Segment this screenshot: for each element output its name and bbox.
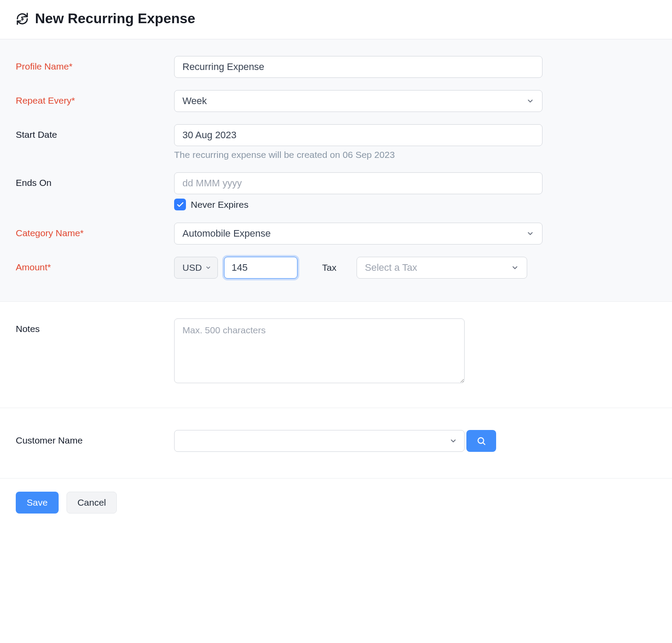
- never-expires-checkbox[interactable]: [174, 199, 186, 210]
- row-ends-on: Ends On Never Expires: [16, 172, 656, 210]
- label-profile-name: Profile Name*: [16, 56, 174, 72]
- row-amount: Amount* USD Tax Select a Tax: [16, 257, 656, 279]
- never-expires-label: Never Expires: [191, 199, 248, 210]
- row-start-date: Start Date The recurring expense will be…: [16, 124, 656, 160]
- currency-select[interactable]: USD: [174, 257, 218, 279]
- save-button[interactable]: Save: [16, 492, 59, 514]
- footer-actions: Save Cancel: [0, 479, 672, 527]
- start-date-input[interactable]: [174, 124, 542, 146]
- repeat-every-value: Week: [182, 95, 207, 107]
- cancel-button[interactable]: Cancel: [66, 492, 117, 514]
- page-title: New Recurring Expense: [35, 10, 195, 27]
- section-notes: Notes: [0, 302, 672, 408]
- tax-placeholder: Select a Tax: [365, 262, 417, 273]
- label-tax: Tax: [322, 262, 336, 273]
- form-main: Profile Name* Repeat Every* Week Start D…: [0, 39, 672, 302]
- tax-select[interactable]: Select a Tax: [357, 257, 527, 279]
- currency-value: USD: [182, 262, 202, 273]
- search-icon: [476, 436, 486, 446]
- chevron-down-icon: [205, 265, 211, 271]
- category-name-select[interactable]: Automobile Expense: [174, 223, 542, 245]
- chevron-down-icon: [526, 97, 534, 105]
- row-category-name: Category Name* Automobile Expense: [16, 223, 656, 245]
- section-customer: Customer Name: [0, 408, 672, 479]
- ends-on-input[interactable]: [174, 172, 542, 194]
- amount-input[interactable]: [224, 257, 298, 279]
- label-category-name: Category Name*: [16, 223, 174, 238]
- notes-textarea[interactable]: [174, 318, 465, 383]
- profile-name-input[interactable]: [174, 56, 542, 78]
- check-icon: [176, 201, 184, 209]
- recurring-icon: $: [16, 12, 29, 25]
- label-amount: Amount*: [16, 257, 174, 273]
- page-header: $ New Recurring Expense: [0, 0, 672, 39]
- label-customer-name: Customer Name: [16, 430, 174, 446]
- label-repeat-every: Repeat Every*: [16, 90, 174, 106]
- category-name-value: Automobile Expense: [182, 228, 271, 239]
- customer-search-button[interactable]: [466, 430, 496, 452]
- customer-name-select[interactable]: [174, 430, 465, 452]
- row-profile-name: Profile Name*: [16, 56, 656, 78]
- svg-line-2: [483, 443, 485, 444]
- row-repeat-every: Repeat Every* Week: [16, 90, 656, 112]
- start-date-hint: The recurring expense will be created on…: [174, 150, 542, 160]
- repeat-every-select[interactable]: Week: [174, 90, 542, 112]
- label-start-date: Start Date: [16, 124, 174, 140]
- chevron-down-icon: [511, 264, 519, 272]
- svg-text:$: $: [21, 16, 24, 21]
- label-notes: Notes: [16, 318, 174, 334]
- label-ends-on: Ends On: [16, 172, 174, 188]
- chevron-down-icon: [526, 230, 534, 238]
- chevron-down-icon: [449, 437, 457, 445]
